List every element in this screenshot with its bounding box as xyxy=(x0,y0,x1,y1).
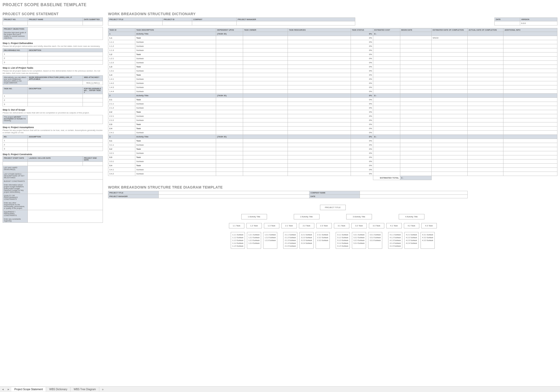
cell xyxy=(503,164,557,168)
cell[interactable] xyxy=(3,21,28,25)
cell[interactable] xyxy=(28,94,83,98)
cell[interactable] xyxy=(158,191,309,195)
cell xyxy=(216,122,243,127)
cell[interactable] xyxy=(28,139,103,143)
tab-nav-left-icon[interactable]: ◄ xyxy=(0,388,6,391)
cell: 0% xyxy=(351,168,373,172)
table-row: 3.4.1Subtask0% xyxy=(108,168,557,172)
dict-title: WORK BREAKDOWN STRUCTURE DICTIONARY xyxy=(108,12,557,16)
cell[interactable] xyxy=(237,21,355,25)
cell[interactable] xyxy=(28,210,103,223)
cell[interactable] xyxy=(28,162,83,166)
cell[interactable]: 3 xyxy=(3,102,28,106)
cell xyxy=(288,151,351,155)
tree-subtask-group: 2.3.1 Subtask2.3.2 Subtask2.3.3 Subtask xyxy=(316,232,330,249)
cell[interactable] xyxy=(28,115,103,124)
cell[interactable] xyxy=(28,147,103,151)
cell xyxy=(432,164,468,168)
cell: 0% xyxy=(351,151,373,155)
cell: 1.2 xyxy=(108,52,135,57)
sheet-tab[interactable]: WBS Dictionary xyxy=(46,387,70,391)
cell[interactable] xyxy=(28,194,103,210)
cell xyxy=(400,147,431,151)
cell xyxy=(373,102,400,106)
cell xyxy=(432,110,468,114)
cell xyxy=(503,147,557,151)
cell[interactable] xyxy=(28,56,103,60)
cell[interactable]: 1 xyxy=(3,52,28,56)
cell[interactable] xyxy=(163,21,192,25)
sheet-tab[interactable]: Project Scope Statement xyxy=(11,387,46,391)
col-date-submitted: DATE SUBMITTED xyxy=(83,18,103,21)
sheet-tab[interactable]: WBS Tree Diagram xyxy=(70,387,99,391)
cell[interactable] xyxy=(28,180,103,194)
cell[interactable] xyxy=(83,102,103,106)
table-row: 2.2Task0% xyxy=(108,110,557,114)
cell xyxy=(400,114,431,118)
cell[interactable] xyxy=(28,172,103,180)
tab-nav-right-icon[interactable]: ► xyxy=(6,388,11,391)
table-row: 3Activity Title(TASK ID)0%$ - xyxy=(108,135,557,139)
cell[interactable] xyxy=(83,94,103,98)
cell xyxy=(432,172,468,176)
cell xyxy=(400,44,431,48)
step3-title: Step 3. Out of Scope xyxy=(3,109,103,111)
cell xyxy=(400,127,431,131)
cell xyxy=(288,168,351,172)
cell[interactable]: 2 xyxy=(3,143,28,147)
cell[interactable] xyxy=(28,60,103,65)
cell: 1.2.1 xyxy=(108,57,135,61)
cell[interactable] xyxy=(83,21,103,25)
cell xyxy=(400,106,431,110)
cell[interactable]: 2 xyxy=(3,56,28,60)
cell xyxy=(288,77,351,81)
cell[interactable] xyxy=(28,102,83,106)
cell xyxy=(243,118,288,122)
cell xyxy=(243,32,288,36)
table-row: 3.4Task0% xyxy=(108,164,557,168)
tasks-table: TASK NO.DESCRIPTIONFOR DELIVERABLE NO…. … xyxy=(3,87,103,106)
cell xyxy=(243,36,288,40)
cell xyxy=(432,52,468,57)
cell[interactable] xyxy=(83,162,103,166)
cell[interactable]: 1 xyxy=(3,94,28,98)
col-project-no: PROJECT NO. xyxy=(3,18,28,21)
cell xyxy=(432,44,468,48)
cell[interactable] xyxy=(108,21,163,25)
cell: 0% xyxy=(351,81,373,85)
cell xyxy=(216,147,243,151)
cell: 0% xyxy=(351,48,373,52)
cell[interactable] xyxy=(360,191,467,195)
cell[interactable] xyxy=(83,98,103,102)
cell xyxy=(400,143,431,147)
cell: 0% xyxy=(351,102,373,106)
cell[interactable] xyxy=(28,98,83,102)
cell[interactable] xyxy=(158,195,309,198)
cell: 0% xyxy=(351,159,373,164)
add-sheet-button[interactable]: + xyxy=(99,387,106,391)
cell xyxy=(432,114,468,118)
cell[interactable] xyxy=(28,27,103,40)
step3-hint: Please list deliverables or tasks that w… xyxy=(3,112,103,114)
cell xyxy=(467,81,503,85)
tree-subtask-group: 1.1.1 Subtask1.1.2 Subtask1.1.3 Subtask1… xyxy=(231,232,245,249)
cell[interactable]: 1 xyxy=(3,139,28,143)
cell xyxy=(432,40,468,44)
cell: $ - xyxy=(373,135,400,139)
dict-header-left: PROJECT TITLEPROJECT IDCOMPANYPROJECT MA… xyxy=(108,17,355,25)
cell[interactable] xyxy=(495,21,520,25)
cell[interactable] xyxy=(28,166,103,172)
cell[interactable] xyxy=(192,21,237,25)
col-project-name: PROJECT NAME xyxy=(28,18,83,21)
cell[interactable]: 3 xyxy=(3,147,28,151)
tree-task: 2.1 Task xyxy=(281,223,297,228)
cell[interactable] xyxy=(360,195,467,198)
cell[interactable] xyxy=(3,162,28,166)
cell[interactable]: 2 xyxy=(3,98,28,102)
cell[interactable] xyxy=(28,52,103,56)
wbs-yesno[interactable]: YES [ ] | NO [ ] xyxy=(83,81,103,85)
cell[interactable] xyxy=(28,143,103,147)
cell[interactable] xyxy=(28,21,83,25)
cell[interactable]: 3 xyxy=(3,60,28,65)
cell[interactable] xyxy=(28,81,83,85)
